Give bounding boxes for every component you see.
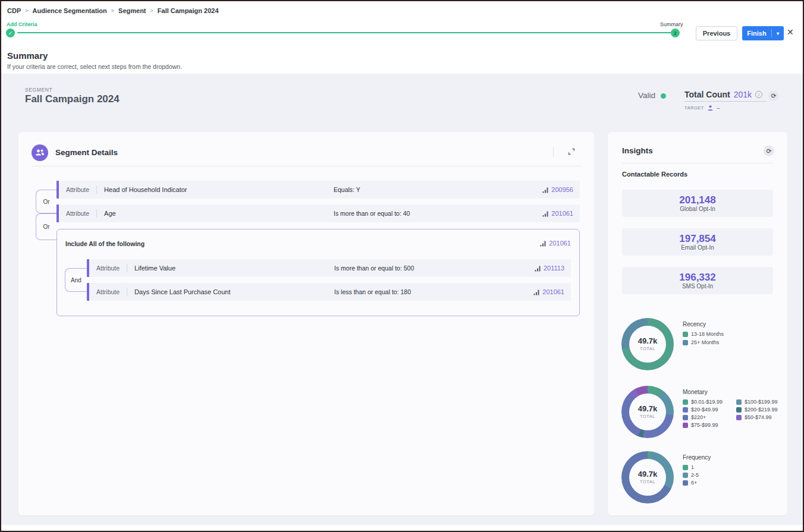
segment-group-icon — [32, 144, 48, 161]
or-connector: Or — [36, 213, 56, 240]
page-subtitle: If your criteria are correct, select nex… — [7, 63, 182, 70]
criterion-attribute-name: Lifetime Value — [134, 265, 175, 272]
breadcrumb-item-current: Fall Campaign 2024 — [158, 7, 219, 14]
legend-swatch — [683, 399, 688, 405]
status-label: Valid — [638, 91, 655, 100]
donut-center: 49.7k TOTAL — [629, 326, 666, 363]
criterion-type-label: Attribute — [59, 186, 89, 193]
stat-value: 196,332 — [679, 272, 715, 284]
legend-item: $75-$99.99 — [683, 422, 718, 428]
row-divider — [127, 264, 127, 272]
stepper-step1-label: Add Criteria — [7, 21, 37, 27]
contactable-records-label: Contactable Records — [622, 171, 687, 178]
group-count[interactable]: 201061 — [540, 240, 571, 247]
bar-chart-icon — [535, 265, 541, 272]
criterion-type-label: Attribute — [89, 288, 120, 295]
legend-item: $50-$74.99 — [736, 414, 772, 420]
frequency-donut-chart: 49.7k TOTAL — [621, 451, 674, 503]
legend-swatch — [683, 480, 688, 486]
legend-item: 6+ — [683, 480, 697, 486]
stepper-step2-badge: 2 — [671, 29, 680, 37]
close-icon[interactable]: ✕ — [787, 27, 794, 37]
legend-item: 25+ Months — [683, 339, 719, 345]
stepper-progress-line — [17, 32, 671, 33]
stat-email-opt-in: 197,854 Email Opt-In — [622, 228, 773, 256]
criterion-count[interactable]: 201061 — [542, 210, 573, 217]
breadcrumb-item[interactable]: Segment — [118, 7, 146, 14]
stat-label: SMS Opt-In — [682, 283, 713, 289]
group-header: Include All of the following — [65, 240, 145, 247]
stat-global-opt-in: 201,148 Global Opt-In — [622, 190, 773, 217]
legend-swatch — [683, 473, 688, 478]
legend-swatch — [736, 415, 742, 420]
criterion-row[interactable]: Attribute Head of Household Indicator Eq… — [56, 181, 580, 199]
caret-down-icon[interactable]: ▾ — [772, 31, 784, 36]
step-complete-check-icon: ✓ — [6, 29, 15, 37]
info-icon[interactable]: i — [755, 91, 762, 98]
criterion-condition: Equals: Y — [334, 186, 360, 193]
legend-swatch — [683, 340, 688, 345]
breadcrumb-item[interactable]: CDP — [7, 7, 21, 14]
row-divider — [96, 185, 97, 194]
legend-swatch — [683, 465, 688, 470]
stat-label: Global Opt-In — [680, 206, 715, 212]
frequency-legend-title: Frequency — [683, 454, 711, 461]
criterion-count[interactable]: 201113 — [535, 265, 564, 272]
insights-title: Insights — [622, 146, 653, 155]
donut-center: 49.7k TOTAL — [629, 459, 666, 496]
total-count-label: Total Count — [684, 90, 730, 99]
criterion-row[interactable]: Attribute Age Is more than or equal to: … — [56, 204, 580, 222]
expand-icon[interactable] — [567, 147, 576, 158]
criterion-row[interactable]: Attribute Days Since Last Purchase Count… — [87, 283, 571, 301]
breadcrumb-separator-icon: > — [150, 8, 153, 14]
stat-label: Email Opt-In — [681, 244, 714, 251]
row-divider — [127, 288, 127, 296]
refresh-insights-icon[interactable]: ⟳ — [764, 146, 774, 156]
criterion-condition: Is more than or equal to: 40 — [334, 210, 410, 217]
details-card-title: Segment Details — [55, 148, 118, 157]
recency-donut-chart: 49.7k TOTAL — [621, 318, 674, 370]
legend-item: 2-5 — [683, 472, 699, 478]
breadcrumb-item[interactable]: Audience Segmentation — [33, 7, 107, 14]
criterion-attribute-name: Age — [104, 210, 116, 217]
breadcrumb-separator-icon: > — [111, 8, 114, 14]
total-count-row: Total Count 201k i — [684, 90, 762, 99]
criterion-count[interactable]: 201061 — [533, 288, 564, 295]
legend-item: 13-18 Months — [683, 331, 724, 337]
legend-item: $200-$219.99 — [736, 407, 778, 413]
legend-swatch — [683, 423, 688, 428]
legend-swatch — [683, 407, 688, 413]
legend-item: $20-$49.99 — [683, 407, 718, 413]
legend-item: 1 — [683, 464, 694, 470]
refresh-count-icon[interactable]: ⟳ — [768, 90, 779, 101]
legend-item: $0.01-$19.99 — [683, 399, 723, 405]
target-label: TARGET — [684, 105, 704, 111]
stat-value: 197,854 — [679, 233, 715, 245]
bar-chart-icon — [533, 289, 540, 295]
bar-chart-icon — [542, 210, 549, 217]
criteria-group: Include All of the following 201061 Attr… — [56, 229, 580, 316]
person-icon[interactable] — [707, 105, 714, 111]
target-value: – — [717, 105, 720, 111]
breadcrumb: CDP > Audience Segmentation > Segment > … — [7, 7, 219, 14]
criterion-type-label: Attribute — [89, 265, 120, 272]
legend-swatch — [683, 332, 688, 337]
or-connector: Or — [36, 190, 56, 213]
legend-item: $220+ — [683, 414, 706, 420]
segment-eyebrow-label: SEGMENT — [25, 87, 52, 93]
finish-button[interactable]: Finish ▾ — [742, 26, 784, 40]
criterion-row[interactable]: Attribute Lifetime Value Is more than or… — [87, 259, 571, 277]
legend-swatch — [736, 407, 742, 413]
criterion-count[interactable]: 200956 — [542, 186, 573, 193]
monetary-donut-chart: 49.7k TOTAL — [621, 386, 674, 438]
bar-chart-icon — [542, 187, 549, 193]
stat-sms-opt-in: 196,332 SMS Opt-In — [622, 267, 773, 294]
stepper-step2-label: Summary — [660, 21, 683, 27]
previous-button[interactable]: Previous — [696, 26, 737, 40]
summary-section: SEGMENT Fall Campaign 2024 Valid Total C… — [1, 74, 803, 525]
insights-card: Insights ⟳ Contactable Records 201,148 G… — [608, 132, 787, 515]
criterion-attribute-name: Head of Household Indicator — [104, 186, 187, 193]
and-connector: And — [65, 268, 87, 292]
donut-center: 49.7k TOTAL — [629, 394, 666, 430]
card-divider — [622, 163, 773, 163]
